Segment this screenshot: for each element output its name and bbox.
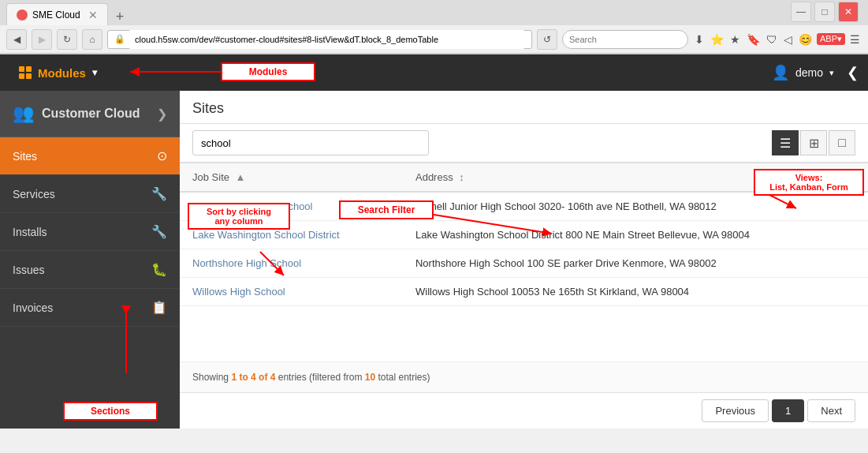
home-btn[interactable]: ⌂	[82, 29, 102, 50]
cell-address: Northshore High School 100 SE parker Dri…	[403, 249, 868, 278]
sidebar-item-services[interactable]: Services 🔧	[0, 175, 180, 213]
forward-btn[interactable]: ▶	[32, 29, 52, 50]
url-lock-icon: 🔒	[114, 34, 125, 44]
job-site-link[interactable]: Bothell Junior High School	[192, 200, 312, 212]
main-content: Sites school ☰ ⊞ □	[180, 91, 868, 429]
sidebar-label-invoices: Invoices	[13, 301, 53, 314]
cell-address: Bothell Junior High School 3020- 106th a…	[403, 192, 868, 221]
sidebar-label-sites: Sites	[13, 150, 37, 163]
invoices-icon: 📋	[151, 300, 167, 315]
toolbar: school ☰ ⊞ □	[180, 124, 868, 163]
next-btn[interactable]: Next	[807, 399, 855, 422]
sync-icon[interactable]: 🔖	[745, 32, 762, 47]
footer-entries-text: entries (filtered from	[278, 372, 365, 383]
sidebar-header-title: Customer Cloud	[42, 107, 140, 121]
reader-icon[interactable]: ◁	[782, 32, 794, 47]
installs-icon: 🔧	[151, 224, 167, 239]
new-tab-btn[interactable]: +	[108, 9, 132, 25]
user-name-label[interactable]: demo	[795, 66, 823, 79]
table-row: Bothell Junior High School Bothell Junio…	[180, 192, 868, 221]
sites-icon: ⊙	[157, 148, 167, 163]
window-maximize-btn[interactable]: □	[814, 2, 835, 22]
issues-icon: 🐛	[151, 262, 167, 277]
page-1-btn[interactable]: 1	[772, 399, 804, 422]
cell-address: Willows High School 10053 Ne 165th St Ki…	[403, 278, 868, 306]
sort-job-site-icon: ▲	[236, 171, 246, 183]
browser-tab[interactable]: SME Cloud ✕	[6, 3, 108, 25]
table-footer: Showing 1 to 4 of 4 entries (filtered fr…	[180, 361, 868, 392]
modules-button[interactable]: Modules ▾	[9, 60, 106, 86]
modules-label: Modules	[38, 66, 86, 80]
col-address-label: Address	[415, 171, 453, 183]
footer-total: 10	[365, 372, 375, 383]
modules-grid-icon	[19, 66, 32, 79]
modules-caret-icon: ▾	[92, 67, 97, 78]
profile-icon[interactable]: ABP▾	[817, 33, 845, 45]
browser-search-input[interactable]	[562, 30, 688, 49]
previous-btn[interactable]: Previous	[702, 399, 769, 422]
footer-showing: Showing	[192, 372, 231, 383]
cell-job-site: Northshore High School	[180, 249, 403, 278]
pagination: Previous 1 Next	[180, 392, 868, 429]
sidebar: 👥 Customer Cloud ❯ Sites ⊙ Services 🔧 In…	[0, 91, 180, 429]
emoji-icon[interactable]: 😊	[797, 32, 814, 47]
col-job-site[interactable]: Job Site ▲	[180, 163, 403, 193]
bookmarks-icon[interactable]: ⭐	[709, 32, 725, 47]
sidebar-item-issues[interactable]: Issues 🐛	[0, 251, 180, 289]
sidebar-item-sites[interactable]: Sites ⊙	[0, 137, 180, 175]
table-row: Willows High School Willows High School …	[180, 278, 868, 306]
history-icon[interactable]: ★	[728, 32, 742, 47]
footer-end: total entries)	[378, 372, 430, 383]
job-site-link[interactable]: Northshore High School	[192, 257, 301, 269]
tab-favicon	[17, 9, 28, 21]
footer-range: 1 to 4 of 4	[231, 372, 275, 383]
list-view-btn[interactable]: ☰	[772, 130, 799, 155]
sort-address-icon: ↕	[459, 171, 464, 183]
sidebar-collapse-arrow[interactable]: ❯	[157, 107, 167, 122]
sidebar-label-issues: Issues	[13, 264, 44, 276]
main-header: Sites	[180, 91, 868, 124]
kanban-view-btn[interactable]: ⊞	[800, 130, 827, 155]
cell-job-site: Willows High School	[180, 278, 403, 306]
form-view-btn[interactable]: □	[829, 130, 855, 155]
download-icon[interactable]: ⬇	[693, 32, 706, 47]
reload-btn[interactable]: ↺	[537, 29, 557, 50]
sidebar-item-installs[interactable]: Installs 🔧	[0, 213, 180, 251]
table-row: Lake Washington School District Lake Was…	[180, 221, 868, 249]
menu-icon[interactable]: ☰	[848, 32, 862, 47]
data-table: Job Site ▲ Address ↕ Bothe	[180, 163, 868, 306]
url-input[interactable]	[129, 30, 525, 49]
window-close-btn[interactable]: ✕	[838, 2, 859, 22]
job-site-link[interactable]: Lake Washington School District	[192, 229, 340, 241]
sidebar-collapse-btn[interactable]: ❮	[847, 64, 859, 81]
page-title: Sites	[192, 100, 855, 117]
sidebar-item-invoices[interactable]: Invoices 📋	[0, 289, 180, 327]
sidebar-label-installs: Installs	[13, 226, 47, 238]
sidebar-header-icon: 👥	[13, 103, 34, 124]
window-minimize-btn[interactable]: —	[791, 2, 811, 22]
cell-address: Lake Washington School District 800 NE M…	[403, 221, 868, 249]
cell-job-site: Bothell Junior High School	[180, 192, 403, 221]
sidebar-label-services: Services	[13, 188, 55, 200]
sidebar-header: 👥 Customer Cloud ❯	[0, 91, 180, 137]
user-avatar-icon: 👤	[772, 64, 789, 81]
topnav: Modules ▾ 👤 demo ▾ ❮	[0, 54, 868, 91]
search-input[interactable]: school	[192, 130, 429, 155]
col-job-site-label: Job Site	[192, 171, 229, 183]
tab-close-btn[interactable]: ✕	[88, 9, 98, 21]
back-btn[interactable]: ◀	[6, 29, 27, 50]
tab-title: SME Cloud	[32, 9, 80, 21]
view-toggle-group: ☰ ⊞ □	[772, 130, 855, 155]
user-caret-icon: ▾	[829, 68, 834, 78]
cell-job-site: Lake Washington School District	[180, 221, 403, 249]
shield-icon[interactable]: 🛡	[765, 32, 779, 47]
table-row: Northshore High School Northshore High S…	[180, 249, 868, 278]
services-icon: 🔧	[151, 186, 167, 201]
user-area: 👤 demo ▾ ❮	[772, 64, 859, 81]
refresh-btn[interactable]: ↻	[57, 29, 77, 50]
job-site-link[interactable]: Willows High School	[192, 286, 285, 298]
col-address[interactable]: Address ↕	[403, 163, 868, 193]
